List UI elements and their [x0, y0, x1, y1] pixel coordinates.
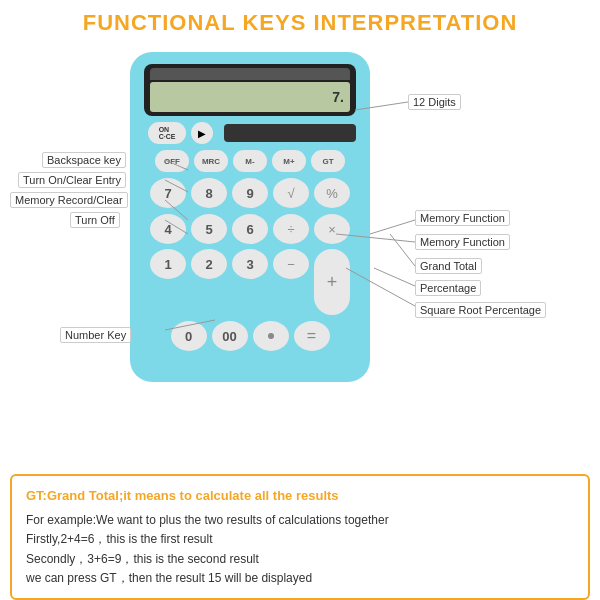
- rows-456-123: 4 5 6 ÷ × 1 2 3 − +: [144, 214, 356, 315]
- btn-on-cce[interactable]: ONC·CE: [148, 122, 186, 144]
- btn-mrc[interactable]: MRC: [194, 150, 228, 172]
- btn-8[interactable]: 8: [191, 178, 227, 208]
- label-12digits: 12 Digits: [408, 94, 461, 110]
- btn-dot[interactable]: [253, 321, 289, 351]
- info-title: GT:Grand Total;it means to calculate all…: [26, 486, 574, 507]
- solar-strip: [224, 124, 356, 142]
- col-nums: 4 5 6 ÷ × 1 2 3 − +: [150, 214, 350, 315]
- btn-1[interactable]: 1: [150, 249, 186, 279]
- btn-mminus[interactable]: M-: [233, 150, 267, 172]
- display-area: 7.: [144, 64, 356, 116]
- label-memory-record: Memory Record/Clear: [10, 192, 128, 208]
- btn-minus[interactable]: −: [273, 249, 309, 279]
- btn-0[interactable]: 0: [171, 321, 207, 351]
- diagram-area: 7. ONC·CE ▶ OFF MRC M- M+ GT 7 8 9: [0, 42, 600, 432]
- btn-6[interactable]: 6: [232, 214, 268, 244]
- label-memory-function2: Memory Function: [415, 234, 510, 250]
- label-memory-function1: Memory Function: [415, 210, 510, 226]
- btn-divide[interactable]: ÷: [273, 214, 309, 244]
- label-turn-off: Turn Off: [70, 212, 120, 228]
- btn-sqrt[interactable]: √: [273, 178, 309, 208]
- label-percentage: Percentage: [415, 280, 481, 296]
- info-line-4: we can press GT，then the result 15 will …: [26, 569, 574, 588]
- svg-line-7: [390, 234, 415, 266]
- label-number-key: Number Key: [60, 327, 131, 343]
- page-wrapper: FUNCTIONAL KEYS INTERPRETATION 7. ONC·CE…: [0, 0, 600, 432]
- info-line-1: For example:We want to plus the two resu…: [26, 511, 574, 530]
- info-line-2: Firstly,2+4=6，this is the first result: [26, 530, 574, 549]
- btn-play[interactable]: ▶: [191, 122, 213, 144]
- btn-9[interactable]: 9: [232, 178, 268, 208]
- info-box: GT:Grand Total;it means to calculate all…: [10, 474, 590, 600]
- row-789: 7 8 9 √ %: [144, 178, 356, 208]
- label-backspace: Backspace key: [42, 152, 126, 168]
- svg-line-5: [370, 220, 415, 234]
- row-on: ONC·CE ▶: [144, 122, 356, 144]
- btn-multiply[interactable]: ×: [314, 214, 350, 244]
- display-screen: 7.: [150, 82, 350, 112]
- row-0: 0 00 =: [144, 321, 356, 351]
- calculator-body: 7. ONC·CE ▶ OFF MRC M- M+ GT 7 8 9: [130, 52, 370, 382]
- btn-equals[interactable]: =: [294, 321, 330, 351]
- btn-2[interactable]: 2: [191, 249, 227, 279]
- btn-mplus[interactable]: M+: [272, 150, 306, 172]
- row-123: 1 2 3 − +: [150, 249, 350, 315]
- page-title: FUNCTIONAL KEYS INTERPRETATION: [0, 0, 600, 42]
- btn-5[interactable]: 5: [191, 214, 227, 244]
- label-turn-on: Turn On/Clear Entry: [18, 172, 126, 188]
- solar-panel: [150, 68, 350, 80]
- label-grand-total: Grand Total: [415, 258, 482, 274]
- btn-gt[interactable]: GT: [311, 150, 345, 172]
- btn-00[interactable]: 00: [212, 321, 248, 351]
- btn-percent[interactable]: %: [314, 178, 350, 208]
- btn-plus[interactable]: +: [314, 249, 350, 315]
- btn-7[interactable]: 7: [150, 178, 186, 208]
- svg-line-8: [374, 268, 415, 286]
- label-square-root: Square Root Percentage: [415, 302, 546, 318]
- btn-3[interactable]: 3: [232, 249, 268, 279]
- btn-4[interactable]: 4: [150, 214, 186, 244]
- info-line-3: Secondly，3+6=9，this is the second result: [26, 550, 574, 569]
- btn-off[interactable]: OFF: [155, 150, 189, 172]
- row-456: 4 5 6 ÷ ×: [150, 214, 350, 244]
- row-memory: OFF MRC M- M+ GT: [144, 150, 356, 172]
